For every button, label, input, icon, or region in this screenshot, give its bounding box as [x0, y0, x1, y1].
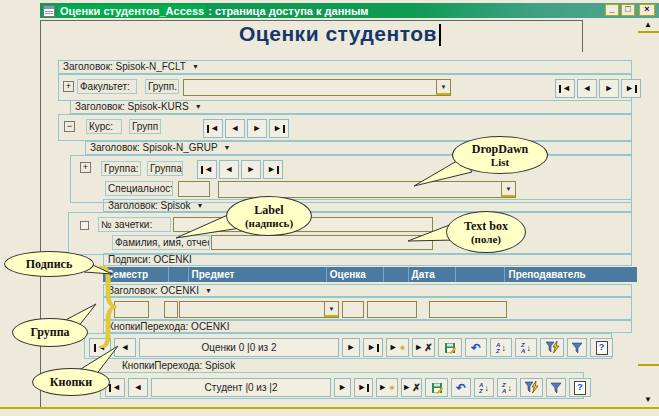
kurs-label: Курс: [86, 119, 122, 134]
text-cursor [439, 24, 441, 46]
band-header-nav-ocenki: КнопкиПерехода: OCENKI [103, 320, 632, 333]
fclt-record-nav: ◄ ◄ ► ► [555, 79, 641, 98]
window-icon [43, 5, 55, 17]
collapse-icon[interactable]: − [64, 121, 75, 132]
new-record-button[interactable]: ►✶ [386, 338, 409, 357]
prev-record-button[interactable]: ◄ [128, 378, 148, 397]
sort-descending-button[interactable]: ZA↓ [497, 378, 517, 397]
funnel-icon [550, 382, 562, 394]
help-icon: ? [574, 381, 586, 395]
bottom-gold-line [0, 407, 659, 409]
undo-button[interactable]: ↶ [465, 338, 487, 357]
next-record-button[interactable]: ► [247, 119, 267, 138]
filter-lightning-icon [545, 341, 560, 354]
data-field[interactable] [367, 301, 417, 318]
grup-record-nav: ◄ ◄ ► ► [197, 160, 283, 179]
first-record-button[interactable]: ◄ [555, 79, 575, 98]
last-record-button[interactable]: ► [354, 378, 373, 397]
new-record-button[interactable]: ►✶ [376, 378, 398, 397]
prepodavatel-field[interactable] [429, 301, 507, 318]
scroll-up-icon[interactable]: ▲ [640, 20, 656, 30]
fio-field[interactable] [211, 235, 433, 250]
section-dropdown-icon[interactable]: ▼ [205, 285, 212, 297]
predmet-combobox[interactable]: ▼ [179, 301, 339, 318]
sort-descending-button[interactable]: ZA↓ [515, 338, 537, 357]
column-spacer [169, 267, 188, 282]
band-rows-grup: + Группа: Группа_ ◄ ◄ ► ► Специальность … [70, 155, 632, 203]
help-button[interactable]: ? [590, 338, 613, 357]
prev-record-button[interactable]: ◄ [219, 160, 239, 179]
column-predmet: Предмет [189, 267, 327, 282]
group-label-1: Группа: [101, 161, 141, 176]
save-record-button[interactable] [425, 378, 448, 397]
column-ocenka: Оценка [327, 267, 384, 282]
page-title: Оценки студентов [140, 22, 540, 52]
band-header-captions: Подписи: OCENKI [103, 253, 632, 266]
first-record-button[interactable]: ◄ [203, 119, 223, 138]
last-record-button[interactable]: ► [363, 338, 383, 357]
speciality-label: Специальность [105, 181, 173, 196]
title-bar: Оценки студентов_Access : страница досту… [40, 3, 659, 18]
save-record-button[interactable] [438, 338, 462, 357]
filter-toggle-button[interactable] [567, 338, 587, 357]
combo-dropdown-icon[interactable]: ▼ [324, 302, 338, 317]
column-header-row: Семестр Предмет Оценка Дата Преподавател… [103, 267, 637, 282]
section-dropdown-icon[interactable]: ▼ [192, 61, 199, 73]
prev-record-button[interactable]: ◄ [577, 79, 597, 98]
next-record-button[interactable]: ► [342, 338, 360, 357]
last-record-button[interactable]: ► [621, 79, 641, 98]
access-data-page-window: Оценки студентов_Access : страница досту… [0, 0, 659, 416]
section-dropdown-icon[interactable]: ▼ [224, 142, 231, 154]
sort-desc-icon: ZA [521, 342, 525, 354]
maximize-button[interactable]: □ [621, 4, 635, 16]
expand-icon[interactable]: + [63, 81, 74, 92]
filter-toggle-button[interactable] [546, 378, 566, 397]
help-button[interactable]: ? [569, 378, 591, 397]
record-checkbox[interactable] [80, 221, 89, 230]
undo-button[interactable]: ↶ [451, 378, 471, 397]
page-top-border [40, 20, 582, 21]
delete-record-button[interactable]: ►✗ [401, 378, 422, 397]
window-title-rest: : страница доступа к данным [206, 5, 370, 17]
filter-by-selection-button[interactable] [540, 338, 564, 357]
small-field[interactable] [164, 301, 178, 318]
help-icon: ? [596, 341, 608, 355]
callout-buttons: Кнопки [32, 368, 110, 396]
filter-by-selection-button[interactable] [520, 378, 543, 397]
band-header-grup: Заголовок: Spisok-N_GRUP ▼ [85, 141, 632, 155]
record-position-text[interactable]: Оценки 0 |0 из 2 [139, 338, 339, 357]
band-header-kurs: Заголовок: Spisok-KURS ▼ [70, 100, 632, 114]
filter-lightning-icon [524, 381, 539, 394]
faculty-combobox[interactable]: ▼ [183, 79, 451, 96]
combo-dropdown-icon[interactable]: ▼ [436, 80, 450, 95]
next-record-button[interactable]: ► [334, 378, 351, 397]
column-prepodavatel: Преподаватель [505, 267, 637, 282]
minimize-button[interactable]: _ [605, 4, 619, 16]
sort-ascending-button[interactable]: AZ↓ [490, 338, 512, 357]
next-record-button[interactable]: ► [599, 79, 619, 98]
next-record-button[interactable]: ► [241, 160, 261, 179]
column-spacer [456, 267, 505, 282]
band-row-ocenki: ▼ [103, 297, 632, 320]
group-code-field[interactable] [178, 181, 210, 197]
first-record-button[interactable]: ◄ [197, 160, 217, 179]
record-position-text[interactable]: Студент |0 из |2 [151, 378, 331, 397]
band-header-ocenki: Заголовок: OCENKI ▼ [103, 284, 632, 297]
delete-record-button[interactable]: ►✗ [412, 338, 435, 357]
undo-icon: ↶ [456, 383, 466, 393]
delete-x-icon: ✗ [424, 342, 432, 353]
expand-icon[interactable]: + [80, 162, 91, 173]
last-record-button[interactable]: ► [263, 160, 283, 179]
scroll-down-icon[interactable]: ▼ [640, 395, 656, 405]
combo-dropdown-icon[interactable]: ▼ [501, 182, 515, 197]
nav-band-ocenki: ◄ ◄ Оценки 0 |0 из 2 ► ► ►✶ ►✗ ↶ AZ↓ ZA↓ [84, 333, 612, 359]
prev-record-button[interactable]: ◄ [225, 119, 245, 138]
ocenka-field[interactable] [342, 301, 364, 318]
section-dropdown-icon[interactable]: ▼ [197, 200, 204, 212]
last-record-button[interactable]: ► [269, 119, 289, 138]
section-dropdown-icon[interactable]: ▼ [195, 101, 202, 113]
close-button[interactable]: × [639, 4, 655, 16]
scroll-bottom-line [638, 364, 659, 366]
sort-desc-icon: ZA [502, 382, 506, 394]
sort-ascending-button[interactable]: AZ↓ [474, 378, 494, 397]
